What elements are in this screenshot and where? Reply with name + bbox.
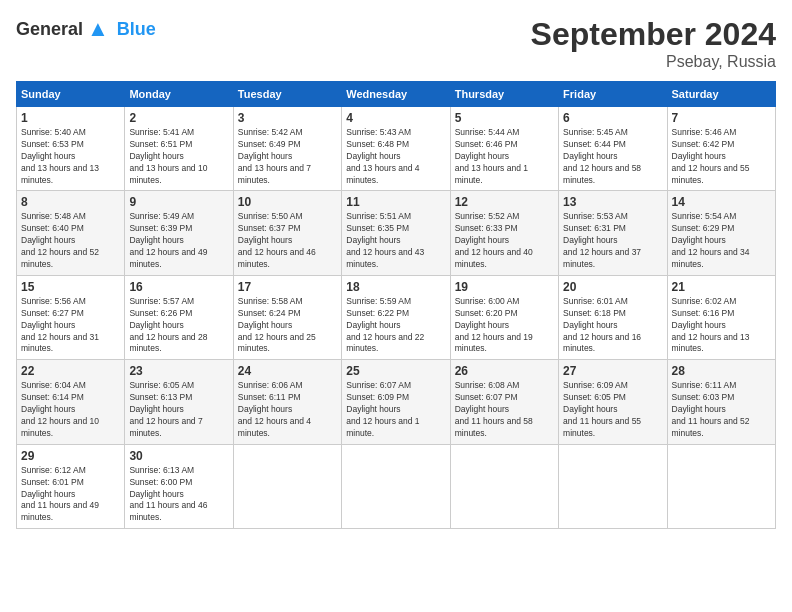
day-number: 26: [455, 364, 554, 378]
day-info: Sunrise: 6:11 AMSunset: 6:03 PMDaylight …: [672, 380, 771, 439]
day-number: 2: [129, 111, 228, 125]
day-cell: 29Sunrise: 6:12 AMSunset: 6:01 PMDayligh…: [17, 444, 125, 528]
day-info: Sunrise: 5:54 AMSunset: 6:29 PMDaylight …: [672, 211, 771, 270]
day-cell: 3Sunrise: 5:42 AMSunset: 6:49 PMDaylight…: [233, 107, 341, 191]
day-number: 12: [455, 195, 554, 209]
day-info: Sunrise: 6:07 AMSunset: 6:09 PMDaylight …: [346, 380, 445, 439]
day-cell: 10Sunrise: 5:50 AMSunset: 6:37 PMDayligh…: [233, 191, 341, 275]
day-info: Sunrise: 5:46 AMSunset: 6:42 PMDaylight …: [672, 127, 771, 186]
day-cell: 6Sunrise: 5:45 AMSunset: 6:44 PMDaylight…: [559, 107, 667, 191]
day-info: Sunrise: 6:02 AMSunset: 6:16 PMDaylight …: [672, 296, 771, 355]
day-info: Sunrise: 5:57 AMSunset: 6:26 PMDaylight …: [129, 296, 228, 355]
day-cell: 22Sunrise: 6:04 AMSunset: 6:14 PMDayligh…: [17, 360, 125, 444]
header: General ▲ Blue September 2024 Psebay, Ru…: [16, 16, 776, 71]
day-cell: [667, 444, 775, 528]
week-row-5: 29Sunrise: 6:12 AMSunset: 6:01 PMDayligh…: [17, 444, 776, 528]
day-info: Sunrise: 5:52 AMSunset: 6:33 PMDaylight …: [455, 211, 554, 270]
day-number: 25: [346, 364, 445, 378]
day-cell: 26Sunrise: 6:08 AMSunset: 6:07 PMDayligh…: [450, 360, 558, 444]
week-row-3: 15Sunrise: 5:56 AMSunset: 6:27 PMDayligh…: [17, 275, 776, 359]
day-number: 9: [129, 195, 228, 209]
day-number: 28: [672, 364, 771, 378]
day-info: Sunrise: 5:48 AMSunset: 6:40 PMDaylight …: [21, 211, 120, 270]
day-cell: 23Sunrise: 6:05 AMSunset: 6:13 PMDayligh…: [125, 360, 233, 444]
col-header-monday: Monday: [125, 82, 233, 107]
day-number: 3: [238, 111, 337, 125]
day-cell: 28Sunrise: 6:11 AMSunset: 6:03 PMDayligh…: [667, 360, 775, 444]
day-cell: 1Sunrise: 5:40 AMSunset: 6:53 PMDaylight…: [17, 107, 125, 191]
day-cell: 14Sunrise: 5:54 AMSunset: 6:29 PMDayligh…: [667, 191, 775, 275]
day-number: 17: [238, 280, 337, 294]
day-info: Sunrise: 5:42 AMSunset: 6:49 PMDaylight …: [238, 127, 337, 186]
logo: General ▲ Blue: [16, 16, 156, 42]
day-cell: 7Sunrise: 5:46 AMSunset: 6:42 PMDaylight…: [667, 107, 775, 191]
day-number: 23: [129, 364, 228, 378]
day-cell: [559, 444, 667, 528]
day-cell: 25Sunrise: 6:07 AMSunset: 6:09 PMDayligh…: [342, 360, 450, 444]
day-number: 29: [21, 449, 120, 463]
day-number: 1: [21, 111, 120, 125]
day-info: Sunrise: 5:49 AMSunset: 6:39 PMDaylight …: [129, 211, 228, 270]
col-header-saturday: Saturday: [667, 82, 775, 107]
day-cell: 9Sunrise: 5:49 AMSunset: 6:39 PMDaylight…: [125, 191, 233, 275]
day-info: Sunrise: 5:43 AMSunset: 6:48 PMDaylight …: [346, 127, 445, 186]
day-number: 8: [21, 195, 120, 209]
col-header-wednesday: Wednesday: [342, 82, 450, 107]
day-number: 11: [346, 195, 445, 209]
day-cell: 11Sunrise: 5:51 AMSunset: 6:35 PMDayligh…: [342, 191, 450, 275]
logo-icon: ▲: [87, 16, 109, 42]
calendar-header-row: SundayMondayTuesdayWednesdayThursdayFrid…: [17, 82, 776, 107]
day-info: Sunrise: 6:13 AMSunset: 6:00 PMDaylight …: [129, 465, 228, 524]
day-number: 14: [672, 195, 771, 209]
day-cell: 5Sunrise: 5:44 AMSunset: 6:46 PMDaylight…: [450, 107, 558, 191]
day-cell: 8Sunrise: 5:48 AMSunset: 6:40 PMDaylight…: [17, 191, 125, 275]
day-info: Sunrise: 5:51 AMSunset: 6:35 PMDaylight …: [346, 211, 445, 270]
day-number: 15: [21, 280, 120, 294]
col-header-tuesday: Tuesday: [233, 82, 341, 107]
day-info: Sunrise: 5:40 AMSunset: 6:53 PMDaylight …: [21, 127, 120, 186]
day-cell: 30Sunrise: 6:13 AMSunset: 6:00 PMDayligh…: [125, 444, 233, 528]
day-cell: 21Sunrise: 6:02 AMSunset: 6:16 PMDayligh…: [667, 275, 775, 359]
day-info: Sunrise: 6:01 AMSunset: 6:18 PMDaylight …: [563, 296, 662, 355]
day-number: 24: [238, 364, 337, 378]
day-cell: 4Sunrise: 5:43 AMSunset: 6:48 PMDaylight…: [342, 107, 450, 191]
day-cell: 13Sunrise: 5:53 AMSunset: 6:31 PMDayligh…: [559, 191, 667, 275]
logo-general: General: [16, 19, 83, 40]
logo-blue: Blue: [117, 19, 156, 40]
day-number: 4: [346, 111, 445, 125]
day-number: 20: [563, 280, 662, 294]
day-info: Sunrise: 6:00 AMSunset: 6:20 PMDaylight …: [455, 296, 554, 355]
day-number: 19: [455, 280, 554, 294]
day-cell: 16Sunrise: 5:57 AMSunset: 6:26 PMDayligh…: [125, 275, 233, 359]
day-number: 13: [563, 195, 662, 209]
day-number: 18: [346, 280, 445, 294]
day-info: Sunrise: 5:53 AMSunset: 6:31 PMDaylight …: [563, 211, 662, 270]
day-cell: 20Sunrise: 6:01 AMSunset: 6:18 PMDayligh…: [559, 275, 667, 359]
day-info: Sunrise: 5:58 AMSunset: 6:24 PMDaylight …: [238, 296, 337, 355]
col-header-sunday: Sunday: [17, 82, 125, 107]
day-info: Sunrise: 6:09 AMSunset: 6:05 PMDaylight …: [563, 380, 662, 439]
day-number: 22: [21, 364, 120, 378]
day-info: Sunrise: 5:41 AMSunset: 6:51 PMDaylight …: [129, 127, 228, 186]
day-cell: 12Sunrise: 5:52 AMSunset: 6:33 PMDayligh…: [450, 191, 558, 275]
day-cell: 18Sunrise: 5:59 AMSunset: 6:22 PMDayligh…: [342, 275, 450, 359]
week-row-2: 8Sunrise: 5:48 AMSunset: 6:40 PMDaylight…: [17, 191, 776, 275]
week-row-4: 22Sunrise: 6:04 AMSunset: 6:14 PMDayligh…: [17, 360, 776, 444]
day-cell: 19Sunrise: 6:00 AMSunset: 6:20 PMDayligh…: [450, 275, 558, 359]
col-header-friday: Friday: [559, 82, 667, 107]
day-info: Sunrise: 5:45 AMSunset: 6:44 PMDaylight …: [563, 127, 662, 186]
day-info: Sunrise: 5:50 AMSunset: 6:37 PMDaylight …: [238, 211, 337, 270]
title-area: September 2024 Psebay, Russia: [531, 16, 776, 71]
day-cell: 15Sunrise: 5:56 AMSunset: 6:27 PMDayligh…: [17, 275, 125, 359]
day-number: 27: [563, 364, 662, 378]
calendar: SundayMondayTuesdayWednesdayThursdayFrid…: [16, 81, 776, 529]
day-number: 7: [672, 111, 771, 125]
day-cell: [233, 444, 341, 528]
day-info: Sunrise: 5:59 AMSunset: 6:22 PMDaylight …: [346, 296, 445, 355]
day-number: 21: [672, 280, 771, 294]
week-row-1: 1Sunrise: 5:40 AMSunset: 6:53 PMDaylight…: [17, 107, 776, 191]
day-number: 16: [129, 280, 228, 294]
col-header-thursday: Thursday: [450, 82, 558, 107]
day-number: 5: [455, 111, 554, 125]
day-cell: [450, 444, 558, 528]
